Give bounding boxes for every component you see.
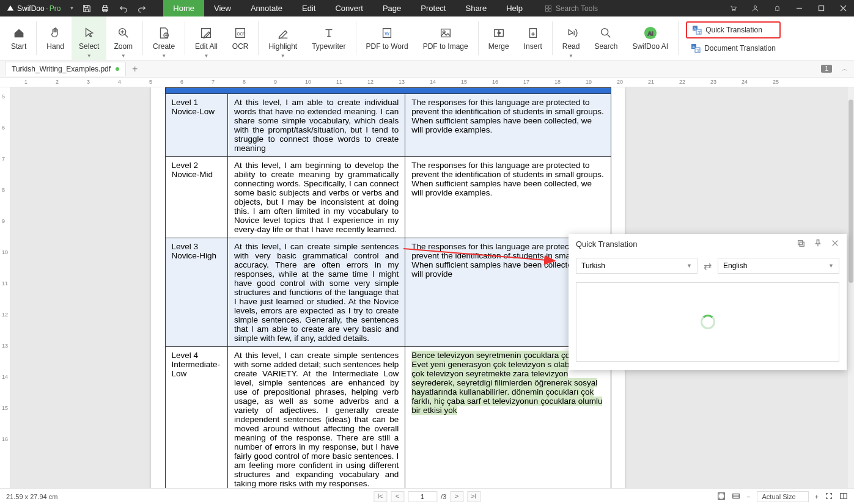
redo-icon[interactable] [133,0,151,16]
svg-rect-4 [549,5,551,8]
pin-icon[interactable] [814,239,822,249]
print-icon[interactable] [96,0,114,16]
svg-text:A: A [693,45,695,48]
page-number-input[interactable] [408,491,437,502]
ocr-tool[interactable]: OCROCR [225,16,256,60]
menu-convert[interactable]: Convert [325,0,373,16]
menu-view[interactable]: View [204,0,241,16]
prev-page-button[interactable]: < [391,491,404,502]
bell-icon[interactable] [766,0,788,16]
search-tool[interactable]: Search [587,16,625,60]
page-indicator: 1 [821,65,832,73]
svg-line-38 [608,34,611,37]
zoom-tool[interactable]: Zoom▼ [106,16,140,60]
svg-text:文: 文 [696,48,700,52]
pdf2word-tool[interactable]: WPDF to Word [359,16,416,60]
menu-page[interactable]: Page [373,0,411,16]
create-tool[interactable]: Create▼ [145,16,182,60]
swifdoo-ai-tool[interactable]: AISwifDoo AI [625,16,675,60]
svg-rect-30 [441,29,450,37]
svg-rect-5 [545,9,548,11]
collapse-ribbon-icon[interactable]: ︿ [836,65,854,73]
select-tool[interactable]: Select▼ [72,16,106,60]
minimize-button[interactable] [788,0,810,16]
panel-close-icon[interactable] [831,239,839,249]
zoom-select[interactable]: Actual Size [757,491,809,502]
hand-tool[interactable]: Hand [39,16,72,60]
fullscreen-icon[interactable] [825,492,833,502]
svg-text:AI: AI [647,30,653,36]
editall-tool[interactable]: Edit All▼ [188,16,225,60]
svg-text:文: 文 [698,29,701,34]
status-bar: 21.59 x 27.94 cm I< < /3 > >I − Actual S… [0,488,854,504]
ruler-horizontal: 1234567891011121314151617181920212223242… [0,78,854,87]
ruler-vertical: 5678910111213141516 [0,87,10,488]
vertical-scrollbar[interactable] [848,87,854,488]
zoom-out-icon[interactable]: − [746,493,750,500]
fit-window-icon[interactable] [717,492,726,502]
swap-languages-icon[interactable]: ⇄ [704,260,712,272]
add-tab-button[interactable]: + [126,64,144,75]
next-page-button[interactable]: > [450,491,463,502]
brand-dropdown[interactable]: ▼ [65,5,78,11]
first-page-button[interactable]: I< [374,491,387,502]
start-tool[interactable]: Start [4,16,34,60]
copy-icon[interactable] [797,239,805,249]
cart-icon[interactable] [722,0,744,16]
reading-mode-icon[interactable] [839,492,848,502]
menu-help[interactable]: Help [496,0,532,16]
pdf-page[interactable]: Level 1 Novice-LowAt this level, I am ab… [151,87,625,488]
table-row[interactable]: Level 4 Intermediate-LowAt this level, I… [165,347,611,489]
svg-point-9 [754,5,756,8]
fit-width-icon[interactable] [732,492,740,502]
svg-rect-1 [104,5,107,7]
table-row[interactable]: Level 1 Novice-LowAt this level, I am ab… [165,94,611,157]
close-button[interactable] [832,0,854,16]
svg-rect-51 [800,242,804,246]
merge-tool[interactable]: Merge [481,16,517,60]
menu-protect[interactable]: Protect [411,0,455,16]
page-dimensions: 21.59 x 27.94 cm [6,493,57,500]
content-table: Level 1 Novice-LowAt this level, I am ab… [165,87,611,488]
quick-translation-button[interactable]: A文 Quick Translation [686,21,781,38]
document-tab[interactable]: Turkish_Writing_Examples.pdf [5,62,126,76]
panel-title: Quick Translation [576,239,637,249]
svg-text:OCR: OCR [237,31,246,35]
main-menu: HomeViewAnnotateEditConvertPageProtectSh… [163,0,532,16]
ribbon-toolbar: Start Hand Select▼ Zoom▼ Create▼ Edit Al… [0,16,854,60]
svg-point-7 [732,10,733,10]
menu-annotate[interactable]: Annotate [241,0,292,16]
maximize-button[interactable] [810,0,832,16]
table-row[interactable]: Level 3 Novice-HighAt this level, I can … [165,238,611,347]
table-row[interactable]: Level 2 Novice-MidAt this level, I am be… [165,157,611,238]
user-icon[interactable] [744,0,766,16]
typewriter-tool[interactable]: Typewriter [304,16,353,60]
svg-rect-3 [545,5,548,8]
page-total: /3 [441,493,446,500]
source-language-select[interactable]: Turkish▼ [576,258,698,274]
menu-home[interactable]: Home [163,0,204,16]
read-tool[interactable]: Read▼ [555,16,587,60]
svg-point-8 [734,10,735,10]
svg-rect-6 [549,9,551,11]
svg-point-37 [602,28,608,35]
title-bar: SwifDoo-Pro ▼ HomeViewAnnotateEditConver… [0,0,854,16]
highlight-tool[interactable]: Highlight▼ [261,16,304,60]
undo-icon[interactable] [114,0,133,16]
target-language-select[interactable]: English▼ [718,258,839,274]
document-translation-button[interactable]: A文 Document Translation [686,41,781,56]
menu-share[interactable]: Share [455,0,496,16]
svg-rect-21 [202,28,211,37]
menu-edit[interactable]: Edit [292,0,325,16]
search-tools[interactable]: Search Tools [539,4,604,13]
insert-tool[interactable]: Insert [517,16,550,60]
svg-text:A: A [694,26,696,30]
last-page-button[interactable]: >I [467,491,480,502]
zoom-in-icon[interactable]: + [815,493,819,500]
save-icon[interactable] [78,0,96,16]
pdf2img-tool[interactable]: PDF to Image [416,16,476,60]
svg-rect-50 [798,241,803,245]
workspace: 5678910111213141516 Level 1 Novice-LowAt… [0,87,854,488]
document-tabs: Turkish_Writing_Examples.pdf + 1 ︿ [0,60,854,78]
svg-text:W: W [385,31,389,36]
